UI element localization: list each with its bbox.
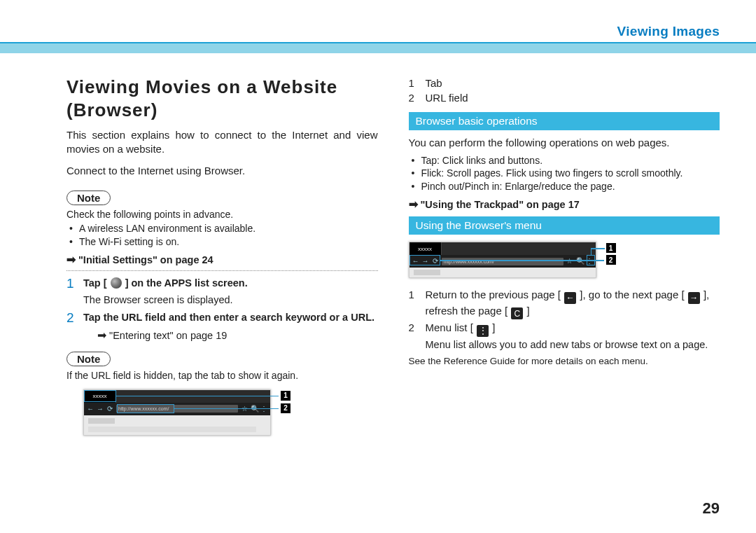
ref-trackpad: ➡"Using the Trackpad" on page 17 <box>409 198 720 211</box>
note-label: Note <box>66 352 111 366</box>
step-number: 1 <box>66 277 76 291</box>
ref-text: "Entering text" on page 19 <box>109 330 227 341</box>
reference-note: See the Reference Guide for more details… <box>409 355 720 368</box>
legend-num: 1 <box>409 76 419 90</box>
desc-text: Menu list [ ⋮ ] <box>426 321 720 337</box>
arrow-icon: ➡ <box>409 198 418 210</box>
step-number: 2 <box>66 311 76 326</box>
ref-text: "Using the Trackpad" on page 17 <box>421 199 580 210</box>
step-text: Tap the URL field and then enter a searc… <box>83 311 378 326</box>
forward-icon: → <box>422 258 429 265</box>
browser-tab: xxxxx <box>84 390 116 403</box>
check-bullet: The Wi-Fi setting is on. <box>66 235 378 249</box>
step-1-sub: The Browser screen is displayed. <box>83 294 378 305</box>
right-column: 1Tab 2URL field Browser basic operations… <box>409 76 720 452</box>
step-1: 1 Tap [ ] on the APPS list screen. <box>66 277 378 291</box>
callout-number-2: 2 <box>606 255 616 265</box>
note-body: If the URL field is hidden, tap the tab … <box>66 369 378 382</box>
ref-text: "Initial Settings" on page 24 <box>78 254 214 265</box>
step-text: Tap [ ] on the APPS list screen. <box>83 277 378 291</box>
arrow-icon: ➡ <box>66 254 76 265</box>
menu-list-description: Menu list allows you to add new tabs or … <box>426 338 720 352</box>
ops-bullets: Tap: Click links and buttons. Flick: Scr… <box>409 154 720 194</box>
legend-label: URL field <box>426 90 468 105</box>
page-content <box>84 415 270 435</box>
figure-legend: 1Tab 2URL field <box>409 76 720 105</box>
page-title: Viewing Movies on a Website (Browser) <box>66 76 378 121</box>
divider <box>66 270 378 271</box>
arrow-icon: ➡ <box>97 329 106 341</box>
menu-icon: ⋮ <box>586 258 593 265</box>
back-icon: ← <box>87 406 94 413</box>
step-text-pre: Tap [ <box>83 277 107 289</box>
browser-tabs: xxxxx <box>410 242 596 255</box>
page-content <box>410 268 596 277</box>
content-columns: Viewing Movies on a Website (Browser) Th… <box>0 0 756 452</box>
browser-figure-2: xxxxx ← → ⟳ http://www.xxxxxx.com/ ☆ 🔍 ⋮ <box>409 242 626 281</box>
note-label: Note <box>66 191 111 205</box>
legend-num: 2 <box>409 90 419 105</box>
refresh-icon: C <box>511 307 523 319</box>
subsection-browser-menu: Using the Browser's menu <box>409 216 720 235</box>
step-2: 2 Tap the URL field and then enter a sea… <box>66 311 378 326</box>
menu-icon: ⋮ <box>477 325 489 337</box>
check-bullets: A wireless LAN environment is available.… <box>66 222 378 249</box>
browser-figure-1: xxxxx ← → ⟳ http://www.xxxxxx.com/ ☆ 🔍 ⋮ <box>83 389 300 445</box>
page-number: 29 <box>703 499 720 518</box>
ops-bullet: Pinch out/Pinch in: Enlarge/reduce the p… <box>409 180 720 193</box>
callout-number-1: 1 <box>281 391 290 401</box>
step-2-ref: ➡"Entering text" on page 19 <box>97 328 378 342</box>
back-icon: ← <box>412 258 419 265</box>
callout-number-1: 1 <box>606 243 616 253</box>
callout-line <box>116 396 279 397</box>
header-band <box>0 43 756 53</box>
step-text-post: ] on the APPS list screen. <box>125 277 248 289</box>
connect-paragraph: Connect to the Internet using Browser. <box>66 164 378 178</box>
search-icon: 🔍 <box>576 258 583 265</box>
desc-num: 2 <box>409 321 419 337</box>
desc-text: Return to the previous page [ ← ], go to… <box>426 288 720 319</box>
menu-description-list: 1 Return to the previous page [ ← ], go … <box>409 288 720 337</box>
refresh-icon: ⟳ <box>432 258 439 265</box>
callout-number-2: 2 <box>281 403 290 413</box>
ops-bullet: Flick: Scroll pages. Flick using two fin… <box>409 167 720 180</box>
forward-icon: → <box>688 292 700 304</box>
ops-intro: You can perform the following operations… <box>409 136 720 150</box>
browser-app-icon <box>111 277 122 289</box>
refresh-icon: ⟳ <box>106 406 113 413</box>
left-column: Viewing Movies on a Website (Browser) Th… <box>66 76 378 452</box>
ref-initial-settings: ➡"Initial Settings" on page 24 <box>66 253 378 266</box>
back-icon: ← <box>564 292 576 304</box>
browser-tab: xxxxx <box>410 242 442 255</box>
browser-urlbar: ← → ⟳ http://www.xxxxxx.com/ ☆ 🔍 ⋮ <box>410 255 596 268</box>
callout-line <box>440 260 604 261</box>
ops-bullet: Tap: Click links and buttons. <box>409 154 720 167</box>
forward-icon: → <box>97 406 104 413</box>
callout-line <box>591 248 592 256</box>
intro-paragraph: This section explains how to connect to … <box>66 128 378 155</box>
star-icon: ☆ <box>566 258 573 265</box>
check-bullet: A wireless LAN environment is available. <box>66 222 378 235</box>
check-intro: Check the following points in advance. <box>66 208 378 221</box>
callout-line <box>174 408 279 410</box>
subsection-basic-ops: Browser basic operations <box>409 112 720 130</box>
callout-line <box>591 248 605 249</box>
desc-num: 1 <box>409 288 419 319</box>
section-header: Viewing Images <box>617 24 720 39</box>
url-field: http://www.xxxxxx.com/ <box>442 258 564 265</box>
legend-label: Tab <box>426 76 442 90</box>
